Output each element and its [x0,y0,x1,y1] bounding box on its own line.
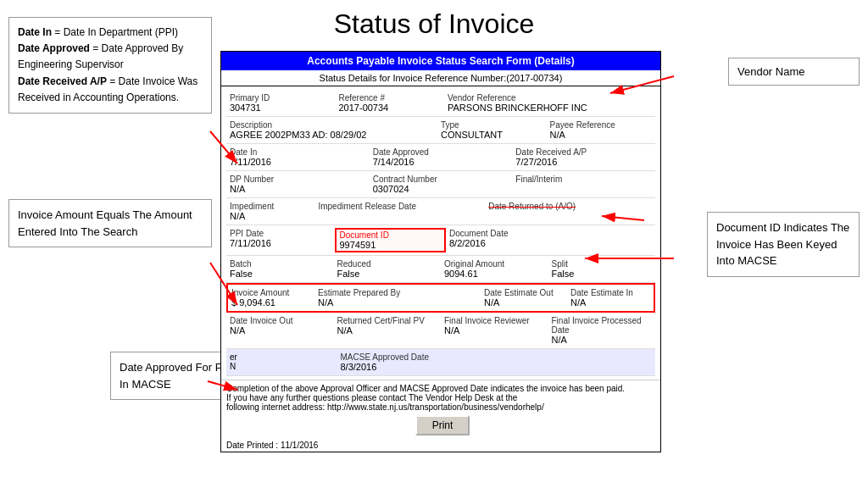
date-received-value: 7/27/2016 [515,157,652,167]
impediment-release-cell: Impediment Release Date [314,201,485,222]
completion-text: Completion of the above Approval Officer… [226,384,655,393]
reduced-label: Reduced [337,259,438,269]
print-button[interactable]: Print [415,415,470,435]
returned-cert-cell: Returned Cert/Final PV N/A [334,315,442,346]
estimate-prepared-label: Estimate Prepared By [318,288,477,297]
document-date-cell: Document Date 8/2/2016 [446,228,655,252]
final-processed-value: N/A [552,335,653,345]
invoice-status-form: Accounts Payable Invoice Status Search F… [220,51,661,452]
date-estimate-in-cell: Date Estimate In N/A [567,287,654,308]
impediment-value: N/A [230,211,311,221]
contract-number-cell: Contract Number 0307024 [370,174,513,195]
form-row-description: Description AGREE 2002PM33 AD: 08/29/02 … [226,117,655,144]
reference-cell: Reference # 2017-00734 [336,92,445,114]
dp-number-cell: DP Number N/A [226,174,370,195]
date-received-cell: Date Received A/P 7/27/2016 [512,147,655,168]
document-id-value: 9974591 [340,240,442,250]
form-row-invoice-amount: Invoice Amount $ 9,094.61 Estimate Prepa… [226,283,655,313]
date-received-bold: Date Received A/P [18,75,107,87]
reduced-value: False [337,269,438,279]
batch-value: False [230,269,331,279]
impediment-label: Impediment [230,202,311,211]
estimate-prepared-cell: Estimate Prepared By N/A [314,287,481,308]
description-cell: Description AGREE 2002PM33 AD: 08/29/02 [226,119,437,141]
type-cell: Type CONSULTANT [437,119,547,141]
form-row-dp: DP Number N/A Contract Number 0307024 Fi… [226,171,655,198]
annotation-invoice-amount: Invoice Amount Equals The Amount Entered… [8,199,212,247]
annotation-vendor-name: Vendor Name [728,58,860,86]
date-in-text: = Date In Department (PPI) [54,26,178,38]
macse-approved-label: MACSE Approved Date [341,352,653,362]
contract-number-label: Contract Number [373,175,509,184]
dp-number-value: N/A [230,184,366,194]
primary-id-value: 304731 [230,103,332,113]
primary-id-cell: Primary ID 304731 [226,92,336,114]
annotation-left-top: Date In = Date In Department (PPI) Date … [8,17,212,114]
vendor-ref-label: Vendor Reference [448,93,652,103]
description-value: AGREE 2002PM33 AD: 08/29/02 [230,130,434,140]
date-approved-value: 7/14/2016 [373,157,509,167]
split-value: False [552,269,653,279]
date-estimate-out-cell: Date Estimate Out N/A [481,287,567,308]
approval-officer-value: N [230,362,236,371]
payee-ref-label: Payee Reference [550,120,653,130]
ppi-date-value: 7/11/2016 [230,238,331,248]
macse-approved-value: 8/3/2016 [341,362,653,372]
invoice-amount-value: $ 9,094.61 [231,297,311,308]
original-amount-value: 9094.61 [444,269,545,279]
date-printed-label: Date Printed : [226,441,278,450]
document-date-value: 8/2/2016 [449,238,652,248]
dp-number-label: DP Number [230,175,366,184]
date-received-label: Date Received A/P [515,147,652,157]
final-processed-cell: Final Invoice Processed Date N/A [548,315,656,346]
approval-officer-cell: er N [226,352,337,373]
date-approved-label: Date Approved [373,147,509,157]
form-row-dates: Date In 7/11/2016 Date Approved 7/14/201… [226,144,655,171]
reference-value: 2017-00734 [339,103,442,113]
date-printed-value: 11/1/2016 [281,441,319,450]
form-footer: Completion of the above Approval Officer… [221,380,660,439]
impediment-release-label: Impediment Release Date [318,202,481,211]
date-estimate-out-label: Date Estimate Out [484,288,564,297]
payee-ref-cell: Payee Reference N/A [547,119,656,141]
vendor-name-text: Vendor Name [737,65,805,78]
original-amount-cell: Original Amount 9094.61 [441,258,548,280]
date-estimate-in-value: N/A [570,297,650,308]
document-date-label: Document Date [449,229,652,238]
internet-address-text: following internet address: http://www.s… [226,402,655,412]
final-reviewer-cell: Final Invoice Reviewer N/A [441,315,548,346]
batch-cell: Batch False [226,258,334,280]
document-id-text: Document ID Indicates The Invoice Has Be… [716,221,849,267]
document-id-cell: Document ID 9974591 [335,228,447,252]
estimate-prepared-value: N/A [318,297,477,308]
reference-label: Reference # [339,93,442,103]
date-estimate-in-label: Date Estimate In [570,288,650,297]
final-interim-label: Final/Interim [515,175,652,184]
final-reviewer-value: N/A [444,325,545,336]
batch-label: Batch [230,259,331,269]
date-in-value: 7/11/2016 [230,157,366,167]
type-value: CONSULTANT [441,130,543,140]
ppi-date-cell: PPI Date 7/11/2016 [226,228,335,252]
invoice-amount-cell: Invoice Amount $ 9,094.61 [228,287,314,308]
form-body: Primary ID 304731 Reference # 2017-00734… [221,86,660,380]
form-subheader: Status Details for Invoice Reference Num… [221,70,660,86]
date-printed-row: Date Printed : 11/1/2016 [221,439,660,452]
date-in-bold: Date In [18,26,52,38]
date-invoice-out-label: Date Invoice Out [230,316,331,325]
final-reviewer-label: Final Invoice Reviewer [444,316,545,325]
returned-cert-label: Returned Cert/Final PV [337,316,438,325]
date-returned-label: Date Returned to (A/O) [488,202,652,211]
date-invoice-out-cell: Date Invoice Out N/A [226,315,334,346]
vendor-ref-value: PARSONS BRINCKERHOFF INC [448,103,652,113]
invoice-amount-label: Invoice Amount [231,288,311,297]
form-row-macse: er N MACSE Approved Date 8/3/2016 [226,349,655,376]
date-approved-bold: Date Approved [18,42,90,54]
returned-cert-value: N/A [337,325,438,336]
annotation-document-id: Document ID Indicates The Invoice Has Be… [707,212,860,277]
date-in-label: Date In [230,147,366,157]
final-processed-label: Final Invoice Processed Date [552,316,653,335]
approval-officer-text: er [230,352,237,362]
type-label: Type [441,120,543,130]
date-estimate-out-value: N/A [484,297,564,308]
